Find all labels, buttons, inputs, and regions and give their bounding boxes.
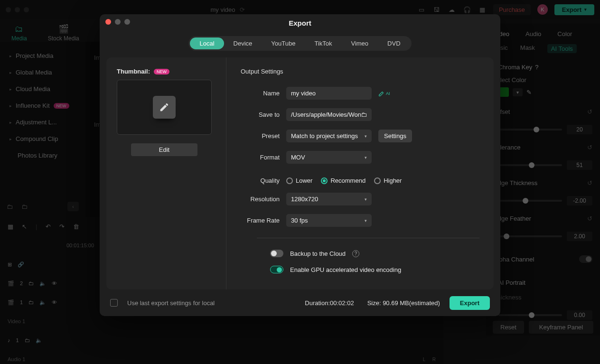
ai-suffix: AI [386, 91, 390, 96]
help-icon[interactable]: ? [352, 250, 359, 257]
backup-cloud-label: Backup to the Cloud [290, 250, 346, 257]
framerate-select[interactable]: 30 fps ▾ [286, 214, 372, 227]
close-icon[interactable] [105, 19, 111, 25]
saveto-label: Save to [241, 111, 280, 118]
preset-select[interactable]: Match to project settings ▾ [286, 130, 372, 142]
export-target-tabs: Local Device YouTube TikTok Vimeo DVD [100, 31, 500, 57]
folder-icon[interactable]: 🗀 [361, 111, 367, 118]
thumbnail-preview[interactable] [117, 80, 212, 135]
thumbnail-label: Thumbnail: [117, 68, 150, 75]
new-badge: NEW [154, 69, 169, 75]
name-label: Name [241, 90, 280, 97]
export-confirm-button[interactable]: Export [450, 296, 490, 310]
quality-higher-radio[interactable]: Higher [374, 177, 402, 184]
thumbnail-section: Thumbnail: NEW Edit [106, 57, 226, 289]
gpu-label: Enable GPU accelerated video encoding [290, 266, 401, 273]
quality-label: Quality [241, 177, 280, 184]
maximize-icon[interactable] [124, 19, 130, 25]
chevron-down-icon: ▾ [365, 197, 367, 202]
format-value: MOV [291, 154, 305, 161]
pencil-icon [153, 96, 176, 119]
resolution-select[interactable]: 1280x720 ▾ [286, 193, 372, 205]
export-tab-tiktok[interactable]: TikTok [305, 37, 341, 49]
preset-settings-button[interactable]: Settings [378, 130, 412, 142]
export-tab-local[interactable]: Local [190, 37, 224, 49]
name-value: my video [291, 90, 316, 97]
dialog-footer: Use last export settings for local Durat… [100, 289, 500, 316]
gpu-toggle[interactable] [270, 266, 283, 273]
format-label: Format [241, 154, 280, 161]
name-input[interactable]: my video [286, 87, 372, 100]
saveto-input[interactable]: /Users/apple/Movies/Won 🗀 [286, 108, 372, 121]
export-tab-dvd[interactable]: DVD [378, 37, 410, 49]
output-settings-section: Output Settings Name my video AI Save to… [226, 57, 494, 289]
export-tab-vimeo[interactable]: Vimeo [341, 37, 378, 49]
framerate-label: Frame Rate [241, 217, 280, 224]
chevron-down-icon: ▾ [365, 134, 367, 139]
quality-recommend-radio[interactable]: Recommend [321, 177, 366, 184]
ai-rename-button[interactable]: AI [378, 90, 390, 97]
duration-info: Duration:00:02:02 [305, 299, 354, 307]
divider [257, 238, 479, 238]
minimize-icon[interactable] [115, 19, 121, 25]
resolution-value: 1280x720 [291, 196, 318, 203]
radio-label: Lower [296, 177, 312, 184]
radio-label: Higher [384, 177, 402, 184]
thumbnail-edit-button[interactable]: Edit [131, 143, 197, 156]
chevron-down-icon: ▾ [365, 218, 367, 223]
chevron-down-icon: ▾ [365, 155, 367, 160]
export-dialog: Export Local Device YouTube TikTok Vimeo… [100, 14, 500, 316]
dialog-titlebar: Export [100, 14, 500, 31]
framerate-value: 30 fps [291, 217, 308, 224]
resolution-label: Resolution [241, 196, 280, 203]
output-settings-title: Output Settings [241, 68, 479, 83]
export-tab-youtube[interactable]: YouTube [262, 37, 305, 49]
dialog-window-controls[interactable] [105, 19, 130, 25]
preset-value: Match to project settings [291, 132, 358, 140]
backup-cloud-toggle[interactable] [270, 250, 283, 257]
export-tab-device[interactable]: Device [224, 37, 262, 49]
radio-label: Recommend [330, 177, 366, 184]
use-last-label: Use last export settings for local [127, 299, 215, 307]
dialog-title: Export [289, 19, 311, 27]
size-info: Size: 90.69 MB(estimated) [367, 299, 440, 307]
use-last-checkbox[interactable] [110, 299, 118, 307]
saveto-value: /Users/apple/Movies/Won [291, 111, 361, 118]
quality-lower-radio[interactable]: Lower [286, 177, 312, 184]
format-select[interactable]: MOV ▾ [286, 151, 372, 164]
preset-label: Preset [241, 132, 280, 140]
